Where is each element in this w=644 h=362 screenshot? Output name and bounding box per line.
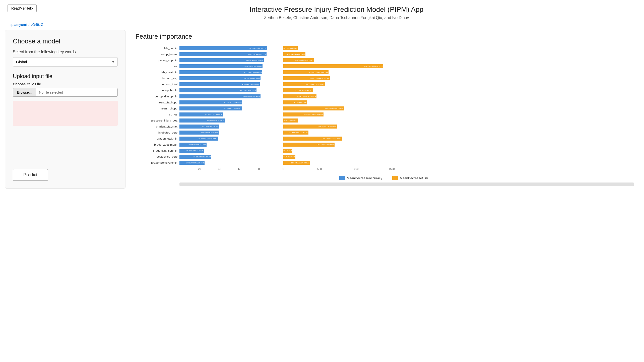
blue-bar: 76.8720661043212 (179, 88, 256, 92)
orange-bar: 810.3768321318843 (283, 137, 342, 141)
chart-row: periop_hrmax86.7151448173118 (133, 51, 280, 57)
row-label: mean.rn.hppd (133, 107, 179, 110)
row-label: fecaldevice_perc (133, 155, 179, 158)
readme-button[interactable]: ReadMe/Help (8, 5, 37, 12)
orange-chart-row: 557.4872896780623 (283, 112, 399, 117)
orange-chart-row: 125.6568014000458 (283, 148, 399, 153)
chart-row: periop_sbpmin83.8979120018921 (133, 57, 280, 63)
model-dropdown-wrapper: Global Local Custom ▼ (13, 57, 118, 67)
orange-chart-row: 576.1538528814432 (283, 82, 399, 87)
chart-row: braden.total.min38.665847561706664 (133, 136, 280, 141)
orange-bar: 624.9124970486754 (283, 70, 329, 74)
row-label: braden.total.max (133, 125, 179, 128)
chart-row: braden.total.mean27.0691165731425 (133, 142, 280, 147)
blue-bar: 62.4888112798643 (179, 106, 242, 110)
chart-row: mean.rn.hppd62.4888112798643 (133, 106, 280, 111)
myumi-link[interactable]: http://myumi.ch/O49zG (8, 23, 43, 27)
chart-row: lab_unmin87.2343190786659 (133, 45, 280, 51)
chart-row: inroom_avg80.767021842642 (133, 76, 280, 81)
orange-chart-row: 710.2787888800975 (283, 142, 399, 147)
header-center: Interactive Pressure Injury Prediction M… (37, 5, 636, 20)
orange-bar: 205.135323659131 (283, 118, 298, 123)
orange-chart-row: 205.135323659131 (283, 118, 399, 123)
orange-bar: 125.6568014000458 (283, 149, 292, 153)
chart-row: braden.total.max39.157435818187 (133, 124, 280, 129)
orange-bar: 197.7833600481 (283, 46, 298, 50)
chart-row: BradenSensPercmin24.9202048939453 (133, 160, 280, 165)
row-label: BradenNutritionmin (133, 149, 179, 152)
chart-row: mean.total.hppd62.5334177132655 (133, 100, 280, 105)
row-label: los (133, 65, 179, 68)
blue-bar: 45.0265338755219 (179, 118, 225, 123)
orange-bar: 557.4872896780623 (283, 112, 324, 116)
row-label: lab_creatmin (133, 71, 179, 74)
row-label: pressure_injury_poa (133, 119, 179, 122)
orange-bar: 576.1538528814432 (283, 82, 325, 86)
orange-chart-row: 167.8194168591639 (283, 154, 399, 159)
row-label: braden.total.mean (133, 143, 179, 146)
file-name-display: No file selected (36, 88, 118, 97)
chart-row: pressure_injury_poa45.0265338755219 (133, 118, 280, 123)
file-input-row: Browse... No file selected (13, 88, 118, 97)
row-label: periop_sbpmin (133, 59, 179, 62)
chart-legend: MeanDecreaseAccuracy MeanDecreaseGini (133, 176, 634, 180)
orange-chart-row: 412.287025784537 (283, 88, 399, 93)
chart-row: icu_los43.4262744083328 (133, 112, 280, 117)
orange-chart-row: 428.3884887150642 (283, 57, 399, 63)
orange-bar: 642.1246382014799 (283, 76, 330, 80)
row-label: periop_hrmax (133, 53, 179, 56)
orange-bar: 412.287025784537 (283, 88, 313, 92)
orange-chart-row: 197.7833600481 (283, 45, 399, 51)
predict-button[interactable]: Predict (13, 169, 48, 181)
blue-legend-color (339, 176, 345, 180)
chart-row: periop_diasbpmin80.8664190045671 (133, 94, 280, 99)
top-bar: ReadMe/Help Interactive Pressure Injury … (0, 0, 644, 20)
orange-bar: 167.8194168591639 (283, 155, 295, 159)
link-area: http://myumi.ch/O49zG (0, 20, 644, 27)
chart-row: BradenNutritionmin24.3778158418836 (133, 148, 280, 153)
blue-bar: 62.5334177132655 (179, 100, 242, 104)
pink-result-box (13, 101, 118, 126)
browse-button[interactable]: Browse... (13, 88, 36, 97)
orange-chart-row: 330.2260914296 (283, 100, 399, 105)
orange-bar: 349.0008000038131 (283, 131, 308, 135)
blue-bar: 87.2343190786659 (179, 46, 267, 50)
blue-bar: 38.9828810035965 (179, 131, 219, 135)
app-authors: Zerihun Bekele, Christine Anderson, Dana… (37, 16, 636, 20)
orange-chart-row: 1383.732408790075 (283, 64, 399, 69)
feature-importance-chart: lab_unmin87.2343190786659periop_hrmax86.… (133, 45, 634, 172)
orange-bar: 367.4493073580987 (283, 161, 310, 165)
row-label: mean.total.hppd (133, 101, 179, 104)
orange-bar: 330.2260914296 (283, 100, 307, 104)
legend-blue: MeanDecreaseAccuracy (339, 176, 382, 180)
chart-title: Feature importance (133, 33, 634, 40)
row-label: BradenSensPercmin (133, 161, 179, 164)
orange-bar: 739.3750028305965 (283, 125, 337, 129)
blue-bar: 43.4262744083328 (179, 112, 223, 116)
blue-bar: 82.5268765448495 (179, 70, 262, 74)
chart-row: los82.8261609754037 (133, 64, 280, 69)
row-label: lab_unmin (133, 47, 179, 50)
orange-chart-row: 459.7303003530579 (283, 94, 399, 99)
chart-row: periop_hrmin76.8720661043212 (133, 88, 280, 93)
chart-scrollbar[interactable] (179, 183, 634, 186)
blue-bar: 80.0389528845227 (179, 82, 260, 86)
chart-row: lab_creatmin82.5268765448495 (133, 70, 280, 75)
orange-chart-row: 836.8213734938969 (283, 106, 399, 111)
app-title: Interactive Pressure Injury Prediction M… (37, 6, 636, 14)
legend-blue-label: MeanDecreaseAccuracy (347, 176, 382, 180)
select-keywords-label: Select from the following key words (13, 50, 118, 54)
blue-bar: 24.9202048939453 (179, 161, 205, 165)
model-dropdown[interactable]: Global Local Custom (13, 57, 118, 67)
row-label: inroom_total (133, 83, 179, 86)
row-label: braden.total.min (133, 137, 179, 140)
orange-bar: 428.3884887150642 (283, 58, 314, 62)
orange-chart-row: 305.3068534771386 (283, 51, 399, 57)
orange-bar: 1383.732408790075 (283, 64, 383, 68)
row-label: periop_diasbpmin (133, 95, 179, 98)
blue-bar: 27.0691165731425 (179, 143, 207, 147)
chart-row: inroom_total80.0389528845227 (133, 82, 280, 87)
chart-row: fecaldevice_perc31.8523035779023 (133, 154, 280, 159)
blue-bar: 83.8979120018921 (179, 58, 264, 62)
blue-bar: 80.8664190045671 (179, 94, 261, 98)
